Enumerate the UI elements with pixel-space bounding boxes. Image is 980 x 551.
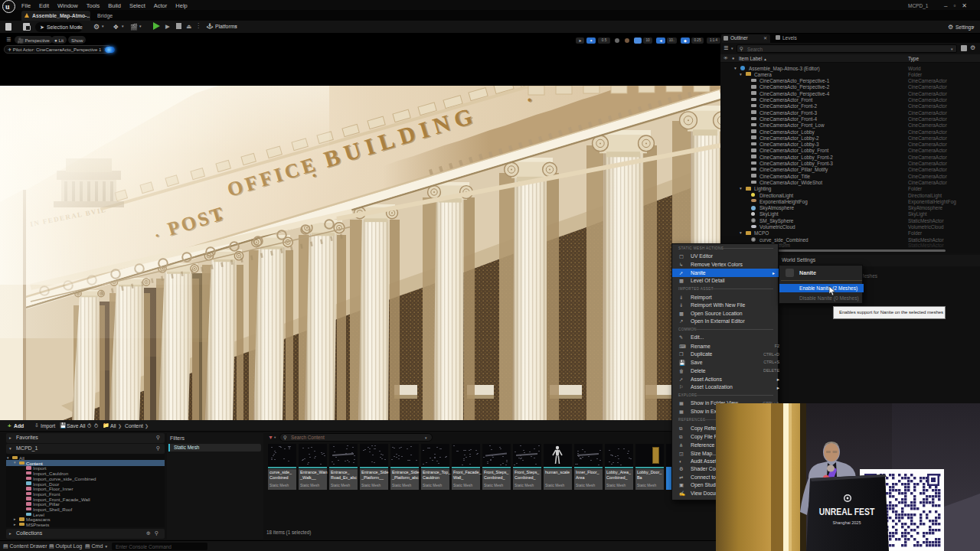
svg-text:Shanghai 2025: Shanghai 2025 [832, 520, 861, 525]
svg-text:UNREAL FEST: UNREAL FEST [819, 506, 875, 517]
